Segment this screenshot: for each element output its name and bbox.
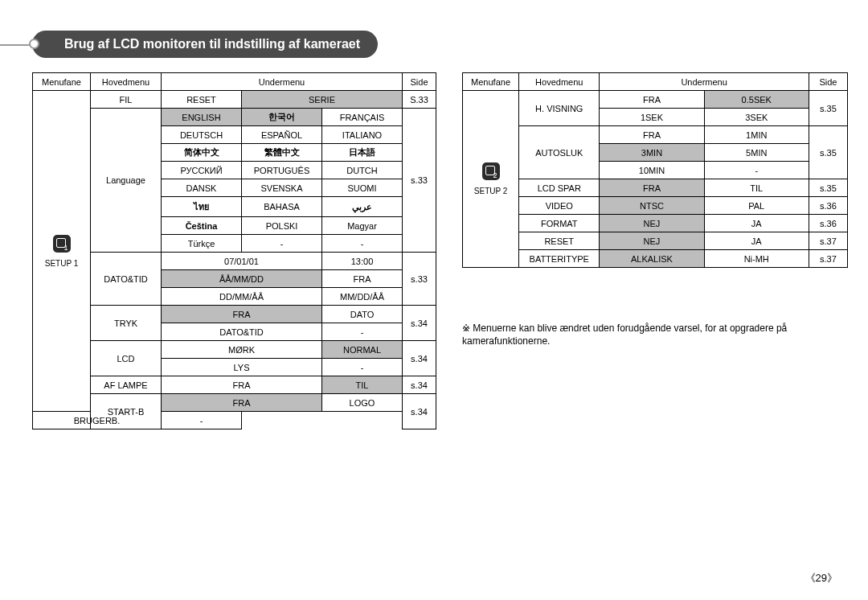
cell: SUOMI [322, 179, 403, 197]
table-row: AUTOSLUK FRA 1MIN s.35 [463, 126, 848, 144]
cell: TIL [704, 179, 809, 197]
hovedmenu-language: Language [91, 109, 162, 253]
col-menufane: Menufane [33, 73, 91, 91]
side-cell: s.35 [809, 126, 847, 179]
table-row: LCD MØRK NORMAL s.34 [33, 341, 436, 359]
banner-dot-icon [29, 39, 39, 49]
cell: DEUTSCH [162, 126, 242, 144]
cell: ไทย [162, 197, 242, 217]
cell: 5MIN [704, 144, 809, 162]
cell: LOGO [322, 394, 403, 412]
cell: FRA [322, 270, 403, 288]
cell: 3SEK [704, 109, 809, 126]
table-row: Language ENGLISH 한국어 FRANÇAIS s.33 [33, 109, 436, 126]
setup1-icon: 1 [53, 235, 71, 253]
cell: ITALIANO [322, 126, 403, 144]
table-header-row: Menufane Hovedmenu Undermenu Side [33, 73, 436, 91]
cell: MM/DD/ÅÅ [322, 288, 403, 306]
cell: FRA [162, 394, 322, 412]
side-cell: s.37 [809, 232, 847, 250]
hovedmenu-aflampe: AF LAMPE [91, 376, 162, 394]
cell: DD/MM/ÅÅ [162, 288, 322, 306]
cell: TIL [322, 376, 403, 394]
cell: 日本語 [322, 144, 403, 162]
setup1-label: SETUP 1 [36, 259, 87, 268]
cell: JA [704, 232, 809, 250]
col-hovedmenu: Hovedmenu [519, 73, 600, 91]
menu-table-setup2: Menufane Hovedmenu Undermenu Side 2 SETU… [462, 72, 848, 268]
cell: FRA [162, 306, 322, 323]
table-row: FORMATNEJJAs.36 [463, 215, 848, 232]
cell: 13:00 [322, 253, 403, 270]
cell: LYS [162, 359, 322, 376]
hovedmenu-fil: FIL [91, 91, 162, 109]
cell: 0.5SEK [704, 91, 809, 109]
cell: FRA [162, 376, 322, 394]
cell: Türkçe [162, 235, 242, 253]
cell: BAHASA [242, 197, 322, 217]
hovedmenu-reset: RESET [519, 232, 600, 250]
cell: ENGLISH [162, 109, 242, 126]
side-cell: s.36 [809, 197, 847, 215]
cell: - [704, 162, 809, 179]
hovedmenu-datotid: DATO&TID [91, 253, 162, 306]
cell: 10MIN [600, 162, 704, 179]
table-row: BRUGERB.- [33, 412, 436, 429]
side-cell: s.33 [403, 253, 436, 306]
cell: FRA [600, 126, 704, 144]
table-row: TRYK FRA DATO s.34 [33, 306, 436, 323]
menu-table-setup1: Menufane Hovedmenu Undermenu Side 1 SETU… [32, 72, 434, 429]
table-row: START-B FRA LOGO s.34 [33, 394, 436, 412]
col-side: Side [809, 73, 847, 91]
banner-connector-line [0, 44, 32, 46]
cell: 繁體中文 [242, 144, 322, 162]
cell: 3MIN [600, 144, 704, 162]
footnote-text: Menuerne kan blive ændret uden forudgåen… [462, 323, 787, 347]
side-cell: s.34 [403, 394, 436, 429]
hovedmenu-lcd: LCD [91, 341, 162, 376]
table-row: DATO&TID 07/01/01 13:00 s.33 [33, 253, 436, 270]
cell: - [242, 235, 322, 253]
page-number: 《29》 [805, 571, 837, 586]
cell: PORTUGUÊS [242, 162, 322, 179]
table-row: 1 SETUP 1 FIL RESET SERIE S.33 [33, 91, 436, 109]
col-menufane: Menufane [463, 73, 519, 91]
cell: - [322, 235, 403, 253]
cell: NEJ [600, 215, 704, 232]
hovedmenu-hvisning: H. VISNING [519, 91, 600, 126]
table-row: RESETNEJJAs.37 [463, 232, 848, 250]
menufane-cell: 2 SETUP 2 [463, 91, 519, 268]
footnote-mark-icon: ※ [462, 323, 470, 334]
hovedmenu-batteritype: BATTERITYPE [519, 250, 600, 268]
cell: DATO [322, 306, 403, 323]
table-row: BATTERITYPEALKALISKNi-MHs.37 [463, 250, 848, 268]
cell: FRA [600, 91, 704, 109]
cell: POLSKI [242, 217, 322, 235]
side-cell: s.34 [403, 306, 436, 341]
cell: 07/01/01 [162, 253, 322, 270]
cell: JA [704, 215, 809, 232]
cell: NORMAL [322, 341, 403, 359]
hovedmenu-format: FORMAT [519, 215, 600, 232]
col-undermenu: Undermenu [600, 73, 809, 91]
setup2-icon: 2 [482, 162, 500, 180]
cell: 한국어 [242, 109, 322, 126]
table-row: VIDEONTSCPALs.36 [463, 197, 848, 215]
cell: Ni-MH [704, 250, 809, 268]
side-cell: s.36 [809, 215, 847, 232]
footnote: ※ Menuerne kan blive ændret uden forudgå… [462, 322, 844, 347]
setup2-label: SETUP 2 [466, 187, 515, 195]
cell: عربي [322, 197, 403, 217]
table-header-row: Menufane Hovedmenu Undermenu Side [463, 73, 848, 91]
cell: DATO&TID [162, 323, 322, 341]
cell: РУССКИЙ [162, 162, 242, 179]
col-hovedmenu: Hovedmenu [91, 73, 162, 91]
side-cell: s.35 [809, 179, 847, 197]
cell: SERIE [242, 91, 403, 109]
cell: RESET [162, 91, 242, 109]
menufane-cell: 1 SETUP 1 [33, 91, 91, 412]
cell: Čeština [162, 217, 242, 235]
cell: 1MIN [704, 126, 809, 144]
hovedmenu-tryk: TRYK [91, 306, 162, 341]
cell: Magyar [322, 217, 403, 235]
